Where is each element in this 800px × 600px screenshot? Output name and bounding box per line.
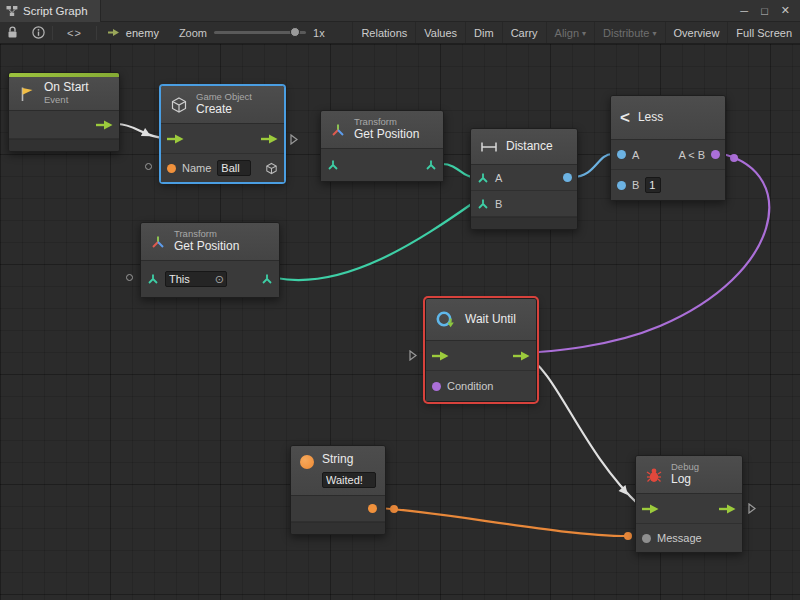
node-wait-until[interactable]: Wait Until Condition bbox=[425, 298, 537, 402]
align-button[interactable]: Align▾ bbox=[546, 22, 594, 43]
overview-button[interactable]: Overview bbox=[665, 22, 728, 43]
node-title: Distance bbox=[506, 140, 553, 154]
node-footer bbox=[9, 139, 119, 151]
name-value-field[interactable] bbox=[217, 160, 251, 176]
name-input-port[interactable] bbox=[167, 164, 176, 173]
node-header: Game Object Create bbox=[161, 86, 284, 124]
node-title: Create bbox=[196, 103, 252, 117]
node-header: On Start Event bbox=[9, 77, 119, 111]
node-header: Distance bbox=[471, 129, 577, 165]
toolbar-buttons: Relations Values Dim Carry Align▾ Distri… bbox=[352, 22, 800, 43]
node-header: Wait Until bbox=[426, 299, 536, 341]
less-output-port[interactable] bbox=[711, 150, 720, 159]
graph-icon bbox=[6, 5, 18, 17]
chevron-down-icon: ▾ bbox=[582, 29, 586, 38]
cube-icon bbox=[170, 96, 188, 114]
tab-script-graph[interactable]: Script Graph bbox=[0, 0, 101, 22]
flow-input-port[interactable] bbox=[432, 351, 449, 361]
message-input-port[interactable] bbox=[642, 534, 651, 543]
vector-output-port[interactable] bbox=[425, 159, 437, 171]
node-get-position-bottom[interactable]: Transform Get Position ⊙ bbox=[140, 222, 280, 298]
distribute-button[interactable]: Distribute▾ bbox=[594, 22, 664, 43]
flow-continuation-hint[interactable] bbox=[290, 134, 298, 145]
less-input-b-port[interactable] bbox=[617, 181, 626, 190]
flow-continuation-hint[interactable] bbox=[748, 503, 756, 514]
zoom-slider[interactable] bbox=[214, 31, 306, 34]
node-create-gameobject[interactable]: Game Object Create Name bbox=[160, 85, 285, 183]
flow-output-port[interactable] bbox=[513, 351, 530, 361]
flow-input-port[interactable] bbox=[642, 504, 659, 514]
close-icon[interactable]: ✕ bbox=[781, 4, 790, 17]
flow-input-port[interactable] bbox=[167, 134, 184, 144]
wire-waituntil-to-log bbox=[524, 355, 640, 506]
node-distance[interactable]: Distance A B bbox=[470, 128, 578, 230]
minimize-icon[interactable]: ─ bbox=[740, 5, 748, 17]
flow-output-port[interactable] bbox=[261, 134, 278, 144]
node-header: Transform Get Position bbox=[321, 111, 443, 149]
node-title: Wait Until bbox=[465, 313, 516, 327]
dim-button[interactable]: Dim bbox=[465, 22, 502, 43]
flow-continuation-hint[interactable] bbox=[409, 350, 417, 361]
node-on-start-event[interactable]: On Start Event bbox=[8, 72, 120, 152]
tab-label: Script Graph bbox=[23, 5, 88, 17]
info-icon bbox=[32, 26, 45, 39]
string-value-field[interactable] bbox=[322, 472, 376, 488]
string-icon bbox=[300, 455, 314, 469]
zoom-control: Zoom 1x bbox=[169, 27, 335, 39]
carry-button[interactable]: Carry bbox=[502, 22, 546, 43]
wait-until-icon bbox=[435, 310, 457, 330]
string-output-port[interactable] bbox=[368, 504, 377, 513]
values-button[interactable]: Values bbox=[415, 22, 465, 43]
title-bar: Script Graph ─ □ ✕ bbox=[0, 0, 800, 22]
lock-icon bbox=[7, 26, 18, 39]
zoom-value: 1x bbox=[313, 27, 325, 39]
lock-button[interactable] bbox=[0, 22, 25, 43]
unconnected-input-hint[interactable] bbox=[126, 274, 133, 281]
target-picker-icon[interactable]: ⊙ bbox=[215, 273, 224, 286]
relations-button[interactable]: Relations bbox=[352, 22, 415, 43]
wire-string-to-log-message bbox=[378, 508, 628, 536]
condition-input-port[interactable] bbox=[432, 382, 441, 391]
less-icon: < bbox=[620, 108, 630, 128]
transform-icon bbox=[150, 234, 166, 250]
node-footer bbox=[471, 217, 577, 229]
flow-output-port[interactable] bbox=[96, 120, 113, 130]
info-button[interactable] bbox=[25, 22, 52, 43]
vector-output-port[interactable] bbox=[261, 273, 273, 285]
node-title: Get Position bbox=[354, 128, 419, 142]
less-input-a-port[interactable] bbox=[617, 150, 626, 159]
gameobject-picker-icon[interactable] bbox=[265, 162, 278, 175]
node-string-literal[interactable]: String bbox=[290, 445, 386, 535]
node-title: Get Position bbox=[174, 240, 239, 254]
node-header: Transform Get Position bbox=[141, 223, 279, 261]
chevron-down-icon: ▾ bbox=[653, 29, 657, 38]
distance-output-port[interactable] bbox=[563, 173, 572, 182]
node-less[interactable]: < Less A A < B B bbox=[610, 95, 726, 201]
unconnected-input-hint[interactable] bbox=[145, 163, 152, 170]
unity-window: Script Graph ─ □ ✕ <> bbox=[0, 0, 800, 600]
node-title: Log bbox=[671, 473, 699, 487]
maximize-icon[interactable]: □ bbox=[761, 5, 768, 17]
port-b-label: B bbox=[632, 179, 639, 191]
message-label: Message bbox=[657, 532, 702, 544]
transform-input-port[interactable] bbox=[147, 273, 159, 285]
fullscreen-button[interactable]: Full Screen bbox=[727, 22, 800, 43]
zoom-slider-knob[interactable] bbox=[290, 27, 300, 37]
vector-input-port-a[interactable] bbox=[477, 172, 489, 184]
flow-output-port[interactable] bbox=[719, 504, 736, 514]
distance-icon bbox=[480, 141, 498, 153]
window-controls: ─ □ ✕ bbox=[740, 4, 800, 17]
port-a-label: A bbox=[632, 149, 639, 161]
bug-icon bbox=[645, 467, 663, 483]
wire-endpoint-dot bbox=[390, 505, 398, 513]
vector-input-port-b[interactable] bbox=[477, 198, 489, 210]
transform-input-port[interactable] bbox=[327, 159, 339, 171]
graph-name: enemy bbox=[97, 27, 169, 39]
wire-getposition-to-distance-a bbox=[442, 164, 473, 177]
b-value-field[interactable] bbox=[645, 177, 661, 193]
node-debug-log[interactable]: Debug Log Message bbox=[635, 455, 743, 553]
code-view-button[interactable]: <> bbox=[53, 27, 96, 39]
graph-name-label: enemy bbox=[126, 27, 159, 39]
node-get-position-top[interactable]: Transform Get Position bbox=[320, 110, 444, 182]
graph-canvas[interactable]: On Start Event Game Object bbox=[0, 44, 800, 600]
